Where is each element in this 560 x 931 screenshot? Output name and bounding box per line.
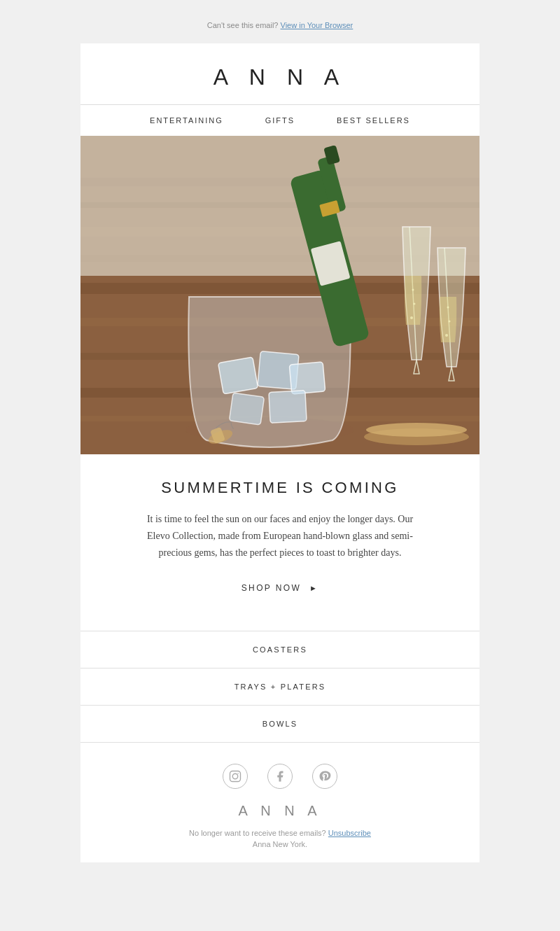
svg-rect-33 [230,771,241,782]
svg-point-24 [366,423,467,437]
facebook-icon[interactable] [267,764,293,789]
svg-point-26 [414,303,416,305]
svg-point-28 [445,334,448,337]
footer-section: A N N A No longer want to receive these … [80,743,479,862]
shop-now-label: SHOP NOW [241,583,302,593]
logo-section: A N N A [80,43,479,104]
unsubscribe-prefix: No longer want to receive these emails? [189,829,326,837]
svg-point-25 [410,316,413,319]
svg-rect-13 [218,357,258,394]
category-coasters[interactable]: COASTERS [80,631,479,668]
social-icons-group [94,764,465,789]
preheader-bar: Can't see this email? View in Your Brows… [0,14,560,43]
svg-point-30 [447,307,449,309]
nav-item-gifts[interactable]: GIFTS [265,116,295,125]
content-section: SUMMERTIME IS COMING It is time to feel … [80,454,479,624]
email-container: A N N A ENTERTAINING GIFTS BEST SELLERS [80,43,479,862]
email-wrapper: Can't see this email? View in Your Brows… [0,0,560,876]
instagram-icon[interactable] [223,764,248,789]
svg-point-34 [232,774,238,780]
content-body: It is time to feel the sun on our faces … [140,511,420,561]
preheader-text: Can't see this email? [207,21,279,29]
category-trays[interactable]: TRAYS + PLATERS [80,668,479,706]
svg-rect-15 [289,362,325,394]
category-section: COASTERS TRAYS + PLATERS BOWLS [80,631,479,743]
svg-rect-17 [269,391,307,424]
nav-item-entertaining[interactable]: ENTERTAINING [150,116,223,125]
footer-logo: A N N A [94,803,465,819]
content-headline: SUMMERTIME IS COMING [115,479,444,497]
brand-logo: A N N A [94,64,465,90]
svg-point-35 [237,774,239,775]
hero-illustration [80,136,479,454]
shop-now-arrow: ► [309,584,318,592]
category-bowls[interactable]: BOWLS [80,706,479,743]
nav-item-best-sellers[interactable]: BEST SELLERS [337,116,410,125]
svg-point-27 [412,289,414,291]
hero-image [80,136,479,454]
footer-address: Anna New York. [94,840,465,848]
svg-rect-16 [229,393,264,425]
footer-unsubscribe-text: No longer want to receive these emails? … [94,829,465,837]
navigation: ENTERTAINING GIFTS BEST SELLERS [80,105,479,136]
shop-now-button[interactable]: SHOP NOW ► [241,580,319,596]
view-in-browser-link[interactable]: View in Your Browser [281,21,354,29]
unsubscribe-link[interactable]: Unsubscribe [328,829,371,837]
pinterest-icon[interactable] [312,764,337,789]
svg-point-29 [449,321,451,323]
